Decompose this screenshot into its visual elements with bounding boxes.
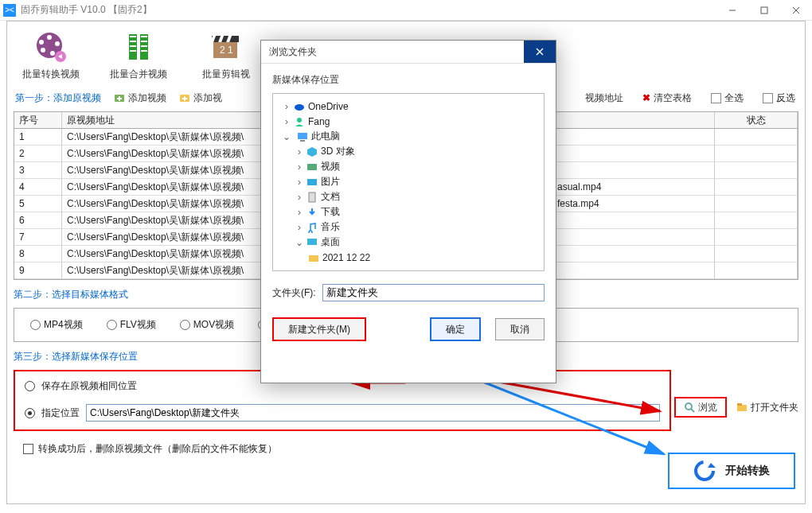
tree-date-folder[interactable]: 2021 12 22 [276, 250, 541, 265]
tree-label: 3D 对象 [321, 145, 355, 158]
svg-rect-1 [761, 7, 767, 14]
radio-flv[interactable]: FLV视频 [107, 318, 156, 332]
cell-index: 1 [14, 129, 62, 146]
tree-videos[interactable]: › 视频 [276, 159, 541, 174]
invert-selection-label: 反选 [776, 91, 795, 105]
pictures-icon [306, 177, 318, 188]
browse-button[interactable]: 浏览 [674, 397, 727, 418]
window-minimize-button[interactable] [716, 0, 748, 21]
add-video-button[interactable]: 添加视频 [114, 91, 166, 105]
svg-rect-29 [117, 98, 122, 99]
expand-icon[interactable]: › [295, 177, 303, 188]
cell-index: 7 [14, 229, 62, 246]
svg-point-7 [50, 51, 55, 56]
select-all-checkbox[interactable]: 全选 [711, 91, 744, 105]
invert-selection-checkbox[interactable]: 反选 [763, 91, 795, 105]
svg-text:2 1: 2 1 [220, 45, 233, 56]
folder-icon [736, 402, 748, 413]
folder-icon [308, 252, 319, 263]
svg-point-8 [41, 48, 45, 52]
cell-index: 3 [14, 162, 62, 179]
start-convert-button[interactable]: 开始转换 [668, 453, 795, 489]
video-address-button[interactable]: 视频地址 [585, 91, 623, 105]
tree-label: 此电脑 [311, 130, 340, 143]
window-maximize-button[interactable] [748, 0, 780, 21]
nav-batch-clip[interactable]: 2 1 批量剪辑视 [192, 29, 260, 81]
expand-icon[interactable]: › [283, 116, 291, 127]
clear-table-button[interactable]: ✖ 清空表格 [642, 91, 692, 105]
tree-label: 2021 12 22 [322, 252, 370, 263]
expand-icon[interactable]: › [295, 222, 303, 233]
cell-index: 9 [14, 262, 62, 279]
svg-point-6 [55, 41, 60, 46]
expand-icon[interactable]: › [295, 207, 303, 218]
cell-index: 8 [14, 246, 62, 262]
open-folder-button[interactable]: 打开文件夹 [736, 401, 798, 414]
cancel-button[interactable]: 取消 [495, 318, 545, 340]
collapse-icon[interactable]: ⌄ [295, 237, 303, 248]
nav-batch-merge[interactable]: 批量合并视频 [104, 29, 173, 81]
expand-icon[interactable]: › [295, 146, 303, 157]
x-red-icon: ✖ [642, 92, 650, 103]
radio-mov[interactable]: MOV视频 [180, 318, 234, 332]
expand-icon[interactable]: › [295, 192, 303, 203]
expand-icon[interactable]: › [295, 161, 303, 173]
tree-desktop[interactable]: ⌄ 桌面 [276, 235, 541, 250]
user-icon [294, 116, 305, 127]
radio-mp4[interactable]: MP4视频 [30, 318, 83, 332]
svg-rect-14 [130, 41, 136, 42]
new-folder-button[interactable]: 新建文件夹(M) [272, 317, 366, 341]
svg-rect-13 [130, 36, 136, 37]
folder-name-input[interactable] [322, 284, 545, 301]
tree-label: OneDrive [308, 101, 349, 112]
svg-rect-50 [307, 164, 317, 170]
select-all-label: 全选 [724, 91, 744, 105]
dialog-titlebar: 浏览文件夹 [261, 41, 556, 64]
save-path-input[interactable] [86, 404, 660, 422]
checkbox-icon [711, 93, 721, 103]
window-close-button[interactable] [780, 0, 812, 21]
folder-name-label: 文件夹(F): [272, 286, 316, 300]
tree-label: 桌面 [321, 235, 340, 249]
svg-rect-16 [130, 50, 136, 52]
dialog-close-button[interactable] [524, 41, 556, 63]
nav-batch-convert[interactable]: 批量转换视频 [17, 29, 85, 81]
col-status[interactable]: 状态 [715, 112, 798, 129]
video-folder-icon [306, 161, 318, 173]
clapperboard-icon: 2 1 [209, 29, 244, 64]
tree-label: 视频 [321, 160, 340, 173]
tree-label: 图片 [321, 175, 340, 188]
titlebar: >< 固乔剪辑助手 V10.0 【固乔2】 [0, 0, 812, 21]
radio-same-location[interactable] [25, 381, 35, 391]
ok-button[interactable]: 确定 [430, 317, 481, 341]
col-index[interactable]: 序号 [14, 112, 62, 129]
app-icon: >< [3, 4, 16, 17]
radio-custom-location[interactable] [25, 408, 35, 418]
tree-this-pc[interactable]: ⌄ 此电脑 [276, 129, 541, 144]
svg-rect-32 [182, 98, 187, 99]
tree-user[interactable]: › Fang [276, 114, 541, 129]
film-reel-icon [33, 29, 68, 64]
same-location-label: 保存在原视频相同位置 [41, 379, 137, 393]
folder-tree[interactable]: › OneDrive › Fang ⌄ 此电脑 › 3D 对象 › 视频 [272, 93, 545, 271]
step1-label: 第一步：添加原视频 [15, 91, 101, 105]
tree-3d-objects[interactable]: › 3D 对象 [276, 144, 541, 159]
download-icon [306, 207, 318, 218]
expand-icon[interactable]: › [283, 101, 291, 112]
tree-onedrive[interactable]: › OneDrive [276, 99, 541, 114]
nav-label: 批量剪辑视 [202, 68, 250, 81]
tree-music[interactable]: › 音乐 [276, 220, 541, 235]
add-video-button-2[interactable]: 添加视 [179, 91, 222, 105]
desktop-icon [306, 237, 318, 248]
tree-downloads[interactable]: › 下载 [276, 204, 541, 220]
svg-point-45 [295, 104, 304, 111]
cell-status [715, 129, 798, 146]
tree-documents[interactable]: › 文档 [276, 189, 541, 204]
tree-label: 文档 [321, 190, 340, 204]
cell-status [715, 179, 798, 196]
tree-pictures[interactable]: › 图片 [276, 174, 541, 189]
svg-rect-54 [309, 255, 318, 262]
radio-label: FLV视频 [120, 318, 156, 332]
refresh-icon [693, 460, 716, 482]
collapse-icon[interactable]: ⌄ [283, 131, 291, 142]
